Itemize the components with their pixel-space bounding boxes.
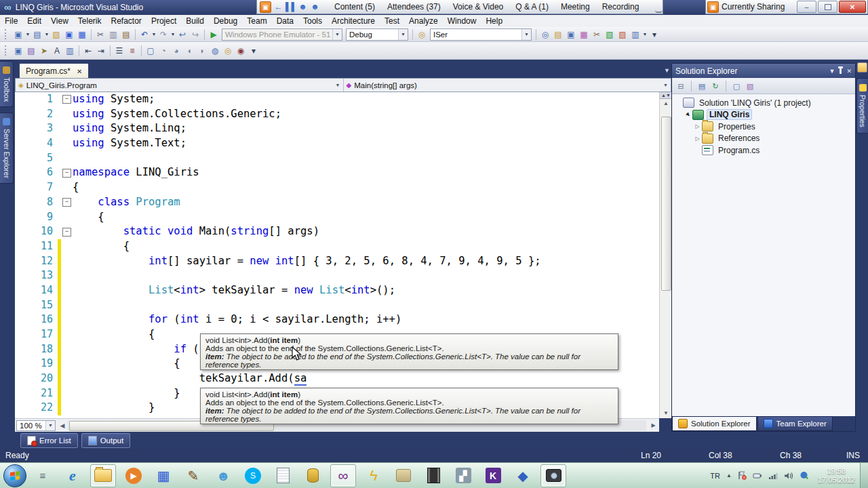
line-order-icon[interactable]: ≡ bbox=[126, 45, 138, 57]
tree-item-linq-giris[interactable]: ▼LINQ Giris bbox=[672, 109, 855, 121]
code-text[interactable]: namespace LINQ_Giris bbox=[73, 165, 659, 180]
menu-build[interactable]: Build bbox=[181, 16, 209, 26]
code-text[interactable]: tekSayilar.Add(sa bbox=[73, 371, 659, 386]
lync-q-a-1[interactable]: Q & A (1) bbox=[509, 2, 555, 12]
emulator-combo[interactable]: Windows Phone Emulator - 51▼ bbox=[222, 28, 342, 41]
lync-sharing-icon[interactable]: ▣ bbox=[260, 1, 271, 13]
language-indicator[interactable]: TR bbox=[710, 472, 720, 480]
save-all-icon[interactable]: ▦ bbox=[76, 28, 88, 41]
comment-selection-icon[interactable]: ▥ bbox=[64, 45, 76, 57]
visual-studio-icon[interactable]: ∞ bbox=[330, 464, 356, 487]
menu-view[interactable]: View bbox=[46, 16, 73, 26]
tab-solution-explorer[interactable]: Solution Explorer bbox=[672, 416, 757, 431]
menu-project[interactable]: Project bbox=[146, 16, 181, 26]
pointer-icon[interactable]: ➤ bbox=[38, 45, 50, 57]
menu-team[interactable]: Team bbox=[242, 16, 271, 26]
prev-bookmark-folder-icon[interactable]: ◖ bbox=[183, 45, 195, 57]
code-text[interactable]: { bbox=[73, 210, 659, 225]
code-text[interactable]: { bbox=[73, 180, 659, 195]
zoom-combo[interactable]: 100 % ▼ bbox=[16, 420, 56, 431]
fold-collapse-icon[interactable]: − bbox=[62, 95, 71, 104]
action-center-flag-icon[interactable] bbox=[738, 471, 747, 480]
save-icon[interactable]: ▣ bbox=[63, 28, 75, 41]
document-outline-icon[interactable] bbox=[857, 62, 867, 73]
redo-dropdown-icon[interactable]: ▼ bbox=[170, 32, 176, 37]
paste-icon[interactable]: ▤ bbox=[120, 28, 132, 41]
menu-file[interactable]: File bbox=[0, 16, 22, 26]
tree-expander-icon[interactable]: ▷ bbox=[694, 123, 701, 129]
copy-icon[interactable]: ▥ bbox=[107, 28, 119, 41]
windows-explorer-icon[interactable] bbox=[90, 464, 116, 487]
pinned-list-icon[interactable]: ≡ bbox=[31, 465, 55, 487]
network-signal-icon[interactable] bbox=[768, 472, 778, 480]
next-bookmark-icon[interactable]: ◕ bbox=[170, 45, 182, 57]
pen-app-icon[interactable]: ✎ bbox=[181, 465, 205, 487]
scroll-left-icon[interactable]: ◀ bbox=[57, 422, 68, 429]
code-text[interactable]: using System; bbox=[73, 92, 659, 107]
taskbar-clock[interactable]: 19:58 17.05.2012 bbox=[818, 467, 855, 485]
code-text[interactable]: static void Main(string[] args) bbox=[73, 224, 659, 239]
lync-voice-video[interactable]: Voice & Video bbox=[447, 2, 510, 12]
new-project-dropdown-icon[interactable]: ▼ bbox=[25, 32, 31, 37]
toolbar2-overflow-icon[interactable]: ▾ bbox=[248, 45, 260, 57]
refresh-icon[interactable]: ↻ bbox=[710, 81, 721, 92]
code-text[interactable]: using System.Linq; bbox=[73, 121, 659, 136]
member-dropdown[interactable]: ◆ Main(string[] args) ▼ bbox=[344, 79, 671, 92]
give-control-icon[interactable]: ← bbox=[273, 2, 283, 12]
decrease-indent-icon[interactable]: ⇤ bbox=[82, 45, 94, 57]
attendee-icon[interactable]: ☻ bbox=[298, 2, 308, 12]
tab-close-icon[interactable]: ✕ bbox=[77, 68, 82, 75]
code-text[interactable]: List<int> tekSayilar = new List<int>(); bbox=[73, 283, 659, 298]
next-bookmark-folder-icon[interactable]: ◗ bbox=[196, 45, 208, 57]
scrollbar-thumb[interactable] bbox=[661, 117, 671, 291]
archive-app-icon[interactable] bbox=[391, 465, 416, 487]
skype-icon[interactable]: S bbox=[241, 465, 265, 487]
menu-architecture[interactable]: Architecture bbox=[327, 16, 380, 26]
format-document-icon[interactable]: ▣ bbox=[12, 45, 24, 57]
tree-item-program-cs[interactable]: Program.cs bbox=[672, 144, 855, 157]
pause-sharing-icon[interactable]: ▌▌ bbox=[285, 2, 296, 12]
properties-pages-icon[interactable]: ▧ bbox=[745, 81, 755, 92]
menu-help[interactable]: Help bbox=[481, 16, 507, 26]
save-app-icon[interactable]: ▦ bbox=[151, 465, 176, 487]
kaspersky-icon[interactable]: K bbox=[481, 465, 505, 487]
view-code-icon[interactable]: ▢ bbox=[731, 81, 742, 92]
hidden-icons-chevron-icon[interactable]: ▲ bbox=[726, 472, 732, 479]
media-player-icon[interactable]: ▶ bbox=[121, 465, 146, 487]
start-debug-icon[interactable]: ▶ bbox=[208, 28, 220, 41]
lync-meeting[interactable]: Meeting bbox=[555, 2, 596, 12]
start-button[interactable] bbox=[3, 464, 26, 487]
tab-error-list[interactable]: Error List bbox=[20, 433, 78, 448]
increase-indent-icon[interactable]: ⇥ bbox=[95, 45, 107, 57]
chevron-down-icon[interactable]: ▼ bbox=[332, 29, 342, 40]
chevron-down-icon[interactable]: ▼ bbox=[663, 83, 668, 87]
database-app-icon[interactable] bbox=[300, 465, 325, 487]
scroll-right-icon[interactable]: ▶ bbox=[648, 420, 659, 432]
document-tab[interactable]: Program.cs* ✕ bbox=[19, 63, 89, 79]
new-project-icon[interactable]: ▣ bbox=[12, 28, 24, 41]
chevron-down-icon[interactable]: ▼ bbox=[398, 29, 408, 40]
navigate-forward-icon[interactable]: ↪ bbox=[189, 28, 201, 41]
fold-collapse-icon[interactable]: − bbox=[62, 169, 71, 178]
code-text[interactable] bbox=[73, 298, 659, 313]
show-all-files-icon[interactable]: ▤ bbox=[696, 81, 707, 92]
minimize-button[interactable]: – bbox=[797, 1, 816, 13]
code-text[interactable]: using System.Collections.Generic; bbox=[73, 107, 659, 122]
menu-refactor[interactable]: Refactor bbox=[106, 16, 146, 26]
close-panel-icon[interactable]: ✕ bbox=[846, 68, 852, 75]
notepad-app-icon[interactable] bbox=[271, 465, 295, 487]
chevron-down-icon[interactable]: ▼ bbox=[521, 29, 531, 40]
tab-list-dropdown-icon[interactable]: ▼ bbox=[664, 67, 670, 74]
menu-telerik[interactable]: Telerik bbox=[73, 16, 106, 26]
menu-analyze[interactable]: Analyze bbox=[404, 16, 443, 26]
find-combo[interactable]: ISer▼ bbox=[430, 28, 532, 41]
clear-bookmarks-icon[interactable]: ◍ bbox=[209, 45, 221, 57]
tab-toolbox[interactable]: Toolbox bbox=[0, 61, 14, 107]
breakpoint-window-icon[interactable]: ◉ bbox=[235, 45, 247, 57]
display-quick-info-icon[interactable]: ▤ bbox=[25, 45, 37, 57]
object-browser-icon[interactable]: ▦ bbox=[578, 28, 590, 41]
menu-tools[interactable]: Tools bbox=[298, 16, 327, 26]
add-item-icon[interactable]: ▤ bbox=[31, 28, 43, 41]
chevron-down-icon[interactable]: ▼ bbox=[336, 83, 340, 87]
lync-recording[interactable]: Recording bbox=[596, 2, 646, 12]
